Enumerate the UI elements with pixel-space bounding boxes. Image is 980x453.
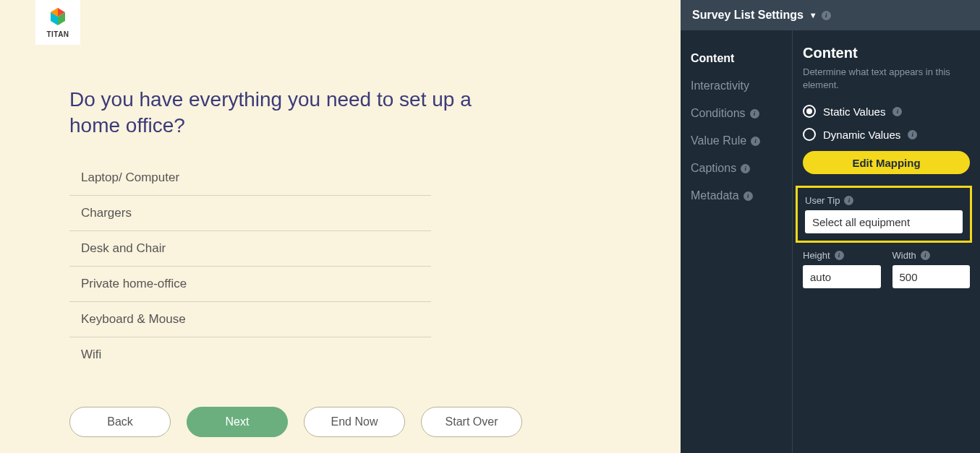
survey-option[interactable]: Private home-office (69, 267, 431, 302)
info-icon[interactable]: i (908, 130, 917, 139)
radio-icon (803, 105, 816, 118)
survey-preview-area: TITAN Do you have everything you need to… (0, 0, 681, 453)
panel-subtitle: Determine what text appears in this elem… (803, 66, 970, 92)
user-tip-highlight-box: User Tip i (796, 186, 972, 243)
info-icon[interactable]: i (751, 137, 760, 146)
nav-item-conditions[interactable]: Conditions i (681, 100, 792, 127)
info-icon[interactable]: i (822, 11, 831, 20)
survey-option[interactable]: Keyboard & Mouse (69, 302, 431, 337)
chevron-down-icon: ▼ (809, 11, 817, 20)
user-tip-input[interactable] (805, 210, 963, 233)
static-values-radio[interactable]: Static Values i (803, 105, 970, 118)
info-icon[interactable]: i (741, 164, 750, 173)
edit-mapping-button[interactable]: Edit Mapping (803, 151, 970, 174)
end-now-button[interactable]: End Now (304, 407, 405, 437)
next-button[interactable]: Next (187, 407, 288, 437)
height-label: Height i (803, 250, 881, 261)
info-icon[interactable]: i (743, 191, 753, 201)
start-over-button[interactable]: Start Over (421, 407, 522, 437)
info-icon[interactable]: i (835, 251, 844, 260)
radio-icon (803, 128, 816, 141)
nav-item-metadata[interactable]: Metadata i (681, 182, 792, 210)
height-input[interactable] (803, 265, 881, 288)
info-icon[interactable]: i (892, 107, 902, 116)
sidebar-body: Content Interactivity Conditions i Value… (681, 30, 980, 453)
info-icon[interactable]: i (921, 251, 930, 260)
settings-nav: Content Interactivity Conditions i Value… (681, 30, 793, 453)
nav-item-captions[interactable]: Captions i (681, 155, 792, 182)
nav-item-interactivity[interactable]: Interactivity (681, 72, 792, 100)
width-label: Width i (892, 250, 971, 261)
brand-logo-text: TITAN (46, 30, 69, 38)
nav-item-content[interactable]: Content (681, 45, 792, 72)
content-panel: Content Determine what text appears in t… (793, 30, 980, 453)
survey-nav-row: Back Next End Now Start Over (69, 407, 522, 437)
sidebar-header[interactable]: Survey List Settings ▼ i (681, 0, 980, 30)
survey-option[interactable]: Wifi (69, 337, 431, 372)
dimensions-row: Height i Width i (803, 250, 970, 288)
dynamic-values-radio[interactable]: Dynamic Values i (803, 128, 970, 141)
info-icon[interactable]: i (844, 196, 853, 205)
sidebar-header-title: Survey List Settings (692, 9, 804, 22)
survey-question: Do you have everything you need to set u… (69, 87, 503, 139)
settings-sidebar: Survey List Settings ▼ i Content Interac… (681, 0, 980, 453)
survey-option[interactable]: Desk and Chair (69, 231, 431, 267)
survey-option[interactable]: Laptop/ Computer (69, 160, 431, 196)
titan-logo-icon (46, 7, 69, 30)
survey-options-list: Laptop/ Computer Chargers Desk and Chair… (69, 160, 431, 372)
nav-item-value-rule[interactable]: Value Rule i (681, 127, 792, 155)
width-input[interactable] (892, 265, 971, 288)
survey-option[interactable]: Chargers (69, 196, 431, 231)
back-button[interactable]: Back (69, 407, 171, 437)
info-icon[interactable]: i (750, 109, 759, 118)
user-tip-label: User Tip i (805, 195, 963, 206)
brand-logo: TITAN (35, 0, 80, 45)
panel-title: Content (803, 45, 970, 61)
